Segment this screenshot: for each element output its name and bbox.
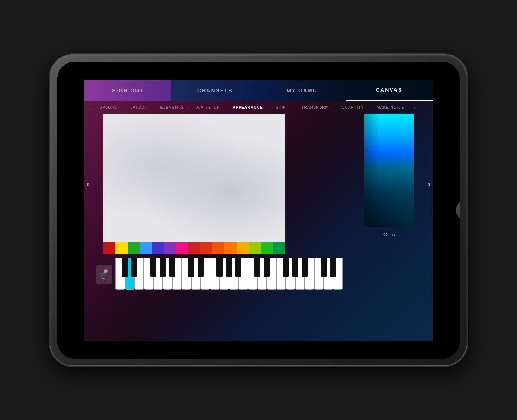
black-key[interactable] [216, 258, 223, 277]
black-key[interactable] [292, 258, 298, 277]
app-screen: SIGN OUT CHANNELS MY GAMU CANVAS ‹ — UPL… [84, 80, 433, 341]
black-key[interactable] [169, 258, 175, 277]
swatch-orange-red[interactable] [212, 242, 224, 254]
black-key[interactable] [235, 258, 241, 277]
sub-nav-bar: ‹ — UPLOAD — LAYOUT — ELEMENTS — A/V SET… [84, 101, 433, 114]
swatch-purple[interactable] [164, 242, 176, 254]
swatch-amber[interactable] [237, 242, 249, 254]
black-key[interactable] [302, 258, 308, 277]
canvas-main-area: ‹ [84, 114, 433, 254]
subnav-left-arrow[interactable]: ‹ [88, 105, 90, 110]
subnav-layout[interactable]: LAYOUT [127, 104, 150, 111]
nav-my-gamu[interactable]: MY GAMU [258, 80, 346, 101]
nav-bar: SIGN OUT CHANNELS MY GAMU CANVAS [84, 80, 433, 101]
black-key[interactable] [226, 258, 232, 277]
subnav-transform[interactable]: TRANSFORM [298, 104, 332, 111]
black-key[interactable] [264, 258, 270, 277]
subnav-av-setup[interactable]: A/V SETUP [193, 104, 223, 111]
color-picker-controls: ↺ » [364, 227, 414, 242]
black-key[interactable] [160, 258, 166, 277]
canvas-preview[interactable] [103, 114, 285, 242]
color-spectrum[interactable] [364, 114, 414, 227]
mic-label: MIC [102, 277, 107, 280]
color-swatches-bar [103, 242, 285, 254]
nav-canvas[interactable]: CANVAS [346, 80, 433, 101]
swatch-dark-green[interactable] [273, 242, 285, 254]
black-key[interactable] [321, 258, 327, 277]
nav-canvas-label: CANVAS [376, 87, 402, 93]
swatch-red[interactable] [103, 242, 115, 254]
subnav-upload[interactable]: UPLOAD [97, 104, 120, 111]
swatch-dark-blue[interactable] [152, 242, 164, 254]
canvas-next-arrow[interactable]: › [428, 179, 431, 189]
black-key[interactable] [283, 258, 289, 277]
black-key[interactable] [131, 258, 137, 277]
subnav-quantity[interactable]: QUANTITY [339, 104, 367, 111]
home-button[interactable] [456, 200, 460, 221]
swatch-yellow[interactable] [115, 242, 128, 254]
black-key[interactable] [198, 258, 204, 277]
nav-channels[interactable]: CHANNELS [171, 80, 258, 101]
device-screen-frame: SIGN OUT CHANNELS MY GAMU CANVAS ‹ — UPL… [57, 62, 460, 359]
nav-sign-out-label: SIGN OUT [112, 87, 144, 94]
canvas-prev-arrow[interactable]: ‹ [86, 179, 89, 189]
mic-button[interactable]: 🎤 MIC [96, 265, 112, 284]
swatch-green[interactable] [128, 242, 140, 254]
piano-keyboard[interactable] [115, 258, 373, 292]
forward-button[interactable]: » [392, 231, 395, 238]
black-key[interactable] [254, 258, 260, 277]
mic-icon: 🎤 [100, 269, 108, 277]
swatch-blue[interactable] [140, 242, 152, 254]
subnav-elements[interactable]: ELEMENTS [157, 104, 187, 111]
ipad-device: SIGN OUT CHANNELS MY GAMU CANVAS ‹ — UPL… [50, 55, 467, 365]
subnav-appearance[interactable]: APPEARANCE [230, 104, 266, 111]
color-picker[interactable]: ↺ » [364, 114, 414, 242]
canvas-texture [103, 114, 285, 242]
nav-my-gamu-label: MY GAMU [287, 87, 317, 94]
undo-button[interactable]: ↺ [383, 231, 388, 238]
swatch-mid-green[interactable] [261, 242, 273, 254]
black-key[interactable] [330, 258, 336, 277]
subnav-right-arrow[interactable]: › [414, 105, 416, 110]
swatch-pink[interactable] [176, 242, 188, 254]
black-key[interactable] [122, 258, 128, 277]
subnav-shift[interactable]: SHIFT [273, 104, 292, 111]
nav-channels-label: CHANNELS [197, 87, 233, 94]
piano-section: 🎤 MIC [84, 254, 433, 295]
swatch-red2[interactable] [188, 242, 200, 254]
swatch-orange[interactable] [224, 242, 237, 254]
nav-sign-out[interactable]: SIGN OUT [84, 80, 171, 101]
color-spectrum-overlay [364, 114, 414, 227]
black-key[interactable] [150, 258, 156, 277]
swatch-yellow-green[interactable] [249, 242, 261, 254]
canvas-editor-area [103, 114, 364, 254]
swatch-red-orange[interactable] [200, 242, 212, 254]
black-key[interactable] [188, 258, 194, 277]
subnav-make-noice[interactable]: MAKE NOICE [374, 104, 407, 111]
